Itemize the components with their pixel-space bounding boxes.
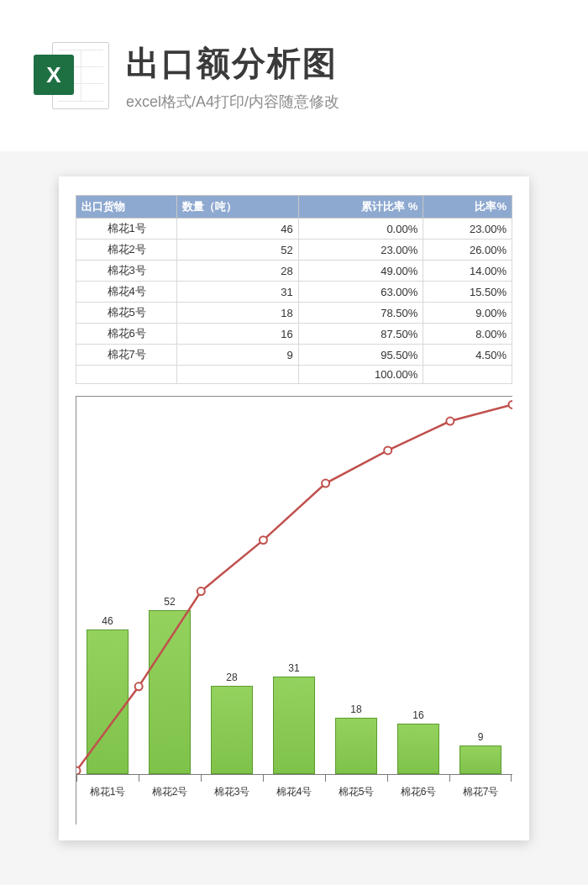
- hero-text: 出口额分析图 excel格式/A4打印/内容随意修改: [126, 40, 339, 112]
- cell-cum: 78.50%: [298, 303, 423, 324]
- table-header-row: 出口货物 数量（吨） 累计比率 % 比率%: [76, 196, 512, 219]
- x-axis-label: 棉花7号: [463, 785, 499, 799]
- table-row: 棉花7号995.50%4.50%: [76, 345, 512, 366]
- line-marker: [76, 767, 81, 774]
- x-axis: 棉花1号棉花2号棉花3号棉花4号棉花5号棉花6号棉花7号: [76, 774, 512, 824]
- cell-qty: 28: [177, 261, 298, 282]
- th-qty: 数量（吨）: [177, 196, 298, 219]
- cell-ratio: 26.00%: [423, 240, 512, 261]
- chart-bar: 28: [211, 686, 253, 774]
- cell-ratio: 23.00%: [423, 219, 512, 240]
- pareto-chart: 4652283118169 棉花1号棉花2号棉花3号棉花4号棉花5号棉花6号棉花…: [76, 396, 512, 824]
- x-axis-label: 棉花6号: [401, 785, 437, 799]
- th-goods: 出口货物: [76, 196, 177, 219]
- cell-ratio: 14.00%: [423, 261, 512, 282]
- hero-banner: X 出口额分析图 excel格式/A4打印/内容随意修改: [0, 0, 588, 151]
- bar-value-label: 18: [336, 703, 376, 715]
- cell-ratio: 9.00%: [423, 303, 512, 324]
- cell-goods: 棉花7号: [76, 345, 177, 366]
- cell-cum: 0.00%: [298, 219, 423, 240]
- chart-bar: 52: [149, 610, 191, 774]
- cell-cum: 23.00%: [298, 240, 423, 261]
- x-axis-label: 棉花3号: [214, 785, 250, 799]
- hero-subtitle: excel格式/A4打印/内容随意修改: [126, 92, 339, 112]
- cell-qty: 16: [177, 324, 298, 345]
- footer-cum: 100.00%: [298, 366, 423, 384]
- table-row: 棉花3号2849.00%14.00%: [76, 261, 512, 282]
- table-row: 棉花1号460.00%23.00%: [76, 219, 512, 240]
- bar-value-label: 16: [398, 709, 438, 721]
- cell-cum: 95.50%: [298, 345, 423, 366]
- cell-ratio: 8.00%: [423, 324, 512, 345]
- line-marker: [446, 418, 454, 425]
- th-cum: 累计比率 %: [298, 196, 423, 219]
- cell-cum: 63.00%: [298, 282, 423, 303]
- cell-ratio: 4.50%: [423, 345, 512, 366]
- chart-bar: 16: [397, 724, 439, 774]
- x-axis-label: 棉花1号: [90, 785, 126, 799]
- cell-goods: 棉花1号: [76, 219, 177, 240]
- table-row: 棉花2号5223.00%26.00%: [76, 240, 512, 261]
- cell-qty: 9: [177, 345, 298, 366]
- chart-bar: 18: [335, 718, 377, 775]
- x-axis-label: 棉花2号: [152, 785, 188, 799]
- excel-icon-letter: X: [34, 55, 74, 95]
- cell-cum: 87.50%: [298, 324, 423, 345]
- hero-title: 出口额分析图: [126, 40, 339, 87]
- chart-bar: 31: [273, 677, 315, 774]
- cell-qty: 46: [177, 219, 298, 240]
- cell-ratio: 15.50%: [423, 282, 512, 303]
- chart-bar: 46: [87, 630, 129, 775]
- line-marker: [197, 587, 205, 595]
- excel-icon: X: [34, 38, 109, 113]
- table-row: 棉花6号1687.50%8.00%: [76, 324, 512, 345]
- table-row: 棉花5号1878.50%9.00%: [76, 303, 512, 324]
- cell-goods: 棉花2号: [76, 240, 177, 261]
- line-marker: [135, 682, 143, 690]
- bar-value-label: 52: [150, 596, 190, 608]
- cell-qty: 31: [177, 282, 298, 303]
- cell-qty: 18: [177, 303, 298, 324]
- x-axis-label: 棉花5号: [339, 785, 375, 799]
- document-page: 出口货物 数量（吨） 累计比率 % 比率% 棉花1号460.00%23.00%棉…: [59, 176, 529, 840]
- cell-qty: 52: [177, 240, 298, 261]
- cell-goods: 棉花5号: [76, 303, 177, 324]
- cell-goods: 棉花3号: [76, 261, 177, 282]
- chart-bar: 9: [459, 745, 501, 774]
- bar-value-label: 46: [87, 615, 128, 627]
- bar-value-label: 28: [212, 672, 252, 683]
- bar-value-label: 9: [460, 731, 501, 743]
- cell-goods: 棉花6号: [76, 324, 177, 345]
- cell-goods: 棉花4号: [76, 282, 177, 303]
- line-marker: [322, 480, 329, 487]
- line-marker: [260, 536, 267, 544]
- data-table: 出口货物 数量（吨） 累计比率 % 比率% 棉花1号460.00%23.00%棉…: [76, 195, 512, 384]
- table-footer-row: 100.00%: [76, 366, 512, 384]
- cell-cum: 49.00%: [298, 261, 423, 282]
- th-ratio: 比率%: [423, 196, 512, 219]
- table-row: 棉花4号3163.00%15.50%: [76, 282, 512, 303]
- line-marker: [384, 446, 391, 454]
- line-marker: [508, 401, 512, 408]
- bar-value-label: 31: [274, 662, 314, 674]
- x-axis-label: 棉花4号: [276, 785, 312, 799]
